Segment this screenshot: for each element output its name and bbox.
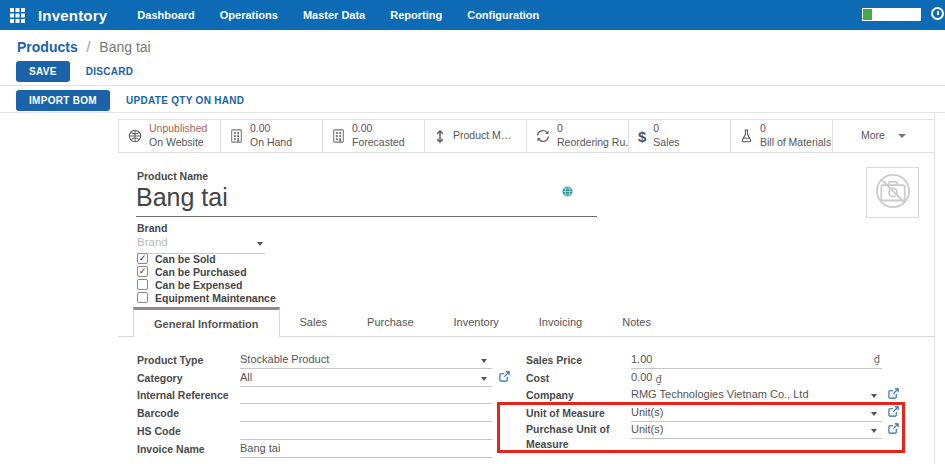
stat-reordering-rules[interactable]: 0Reordering Ru... [527, 120, 629, 152]
stat-label: Sales [653, 136, 679, 150]
tab-invoicing[interactable]: Invoicing [519, 307, 602, 337]
product-name-input[interactable]: Bang tai [136, 183, 597, 217]
checkbox-can-be-expensed[interactable]: Can be Expensed [137, 278, 276, 291]
field-company[interactable]: RMG Technologies Vietnam Co., Ltd [631, 388, 882, 404]
checkbox-can-be-sold[interactable]: ✓ Can be Sold [137, 252, 276, 265]
product-name-label: Product Name [137, 170, 208, 182]
external-link-icon[interactable] [888, 406, 899, 417]
tab-notes[interactable]: Notes [602, 307, 671, 337]
product-image-placeholder[interactable] [866, 167, 919, 218]
stat-bill-of-materials[interactable]: 0Bill of Materials [731, 120, 833, 152]
menu-master-data[interactable]: Master Data [303, 9, 365, 21]
globe-icon [128, 129, 142, 143]
external-link-icon[interactable] [888, 423, 899, 434]
stat-sales[interactable]: $ 0Sales [629, 120, 731, 152]
chevron-down-icon [871, 412, 877, 416]
field-category[interactable]: All [240, 371, 492, 387]
app-name[interactable]: Inventory [38, 7, 107, 24]
chevron-down-icon [871, 394, 877, 398]
field-internal-reference[interactable] [240, 388, 492, 404]
top-navbar: Inventory Dashboard Operations Master Da… [0, 0, 945, 30]
field-hs-code[interactable] [240, 424, 492, 440]
breadcrumb: Products / Bang tai [17, 39, 151, 55]
dollar-icon: $ [638, 128, 646, 145]
tab-sales[interactable]: Sales [280, 307, 348, 337]
stat-button-row: UnpublishedOn Website 0.00On Hand 0.00Fo… [118, 119, 935, 153]
brand-label: Brand [137, 222, 167, 234]
stat-on-hand[interactable]: 0.00On Hand [221, 120, 323, 152]
tab-inventory[interactable]: Inventory [434, 307, 519, 337]
chevron-down-icon [481, 377, 487, 381]
checkbox-icon[interactable]: ✓ [137, 253, 148, 264]
stat-label: Forecasted [352, 136, 405, 150]
translate-globe-icon[interactable] [562, 183, 573, 201]
apps-grid-icon[interactable] [10, 8, 25, 23]
field-sales-price[interactable]: 1.00₫ [631, 353, 882, 369]
checkbox-icon[interactable] [137, 292, 148, 303]
tab-purchase[interactable]: Purchase [347, 307, 433, 337]
flask-icon [740, 129, 753, 143]
stat-value: Unpublished [149, 122, 207, 136]
menu-operations[interactable]: Operations [220, 9, 278, 21]
discard-button[interactable]: DISCARD [86, 66, 134, 77]
building-icon [230, 129, 243, 143]
label-cost: Cost [526, 371, 621, 386]
label-internal-reference: Internal Reference [137, 388, 232, 403]
field-invoice-name[interactable]: Bang tai [240, 442, 492, 458]
menu-reporting[interactable]: Reporting [390, 9, 442, 21]
product-form-page: { "topbar": { "app_name": "Inventory", "… [0, 0, 945, 464]
checkbox-can-be-purchased[interactable]: ✓ Can be Purchased [137, 265, 276, 278]
menu-configuration[interactable]: Configuration [467, 9, 539, 21]
field-barcode[interactable] [240, 406, 492, 422]
breadcrumb-current: Bang tai [99, 39, 150, 55]
label-company: Company [526, 388, 621, 403]
chevron-down-icon [871, 429, 877, 433]
progress-fill [863, 9, 872, 20]
top-menu: Dashboard Operations Master Data Reporti… [137, 9, 539, 21]
stat-label: Product Moves [453, 129, 517, 143]
label-purchase-unit-of-measure: Purchase Unit of Measure [526, 422, 618, 451]
stat-value: 0 [557, 122, 629, 136]
update-qty-button[interactable]: UPDATE QTY ON HAND [126, 95, 244, 106]
stat-on-website[interactable]: UnpublishedOn Website [119, 120, 221, 152]
checkbox-icon[interactable]: ✓ [137, 266, 148, 277]
import-bom-button[interactable]: IMPORT BOM [16, 90, 110, 111]
menu-dashboard[interactable]: Dashboard [137, 9, 194, 21]
sheet-right-border [934, 112, 935, 464]
chevron-down-icon [898, 134, 906, 138]
arrows-vertical-icon [434, 129, 446, 144]
breadcrumb-products-link[interactable]: Products [17, 39, 78, 55]
currency-symbol: ₫ [655, 374, 661, 385]
clock-icon[interactable] [931, 7, 944, 20]
field-purchase-unit-of-measure[interactable]: Unit(s) [631, 423, 882, 439]
progress-widget[interactable] [862, 8, 921, 21]
external-link-icon[interactable] [888, 388, 899, 399]
no-image-camera-icon [874, 172, 912, 214]
divider [0, 112, 945, 113]
checkbox-icon[interactable] [137, 279, 148, 290]
record-actions: SAVE DISCARD [16, 61, 133, 82]
stat-product-moves[interactable]: Product Moves [425, 120, 527, 152]
checkbox-equipment-maintenance[interactable]: Equipment Maintenance [137, 291, 276, 304]
stat-label: Reordering Ru... [557, 136, 629, 150]
save-button[interactable]: SAVE [16, 61, 70, 82]
chevron-down-icon [257, 242, 263, 246]
more-button[interactable]: More [833, 120, 934, 152]
label-barcode: Barcode [137, 406, 232, 421]
label-category: Category [137, 371, 232, 386]
stat-label: On Hand [250, 136, 292, 150]
label-unit-of-measure: Unit of Measure [526, 406, 621, 421]
tab-general-information[interactable]: General Information [133, 307, 280, 337]
label-product-type: Product Type [137, 353, 232, 368]
field-product-type[interactable]: Stockable Product [240, 353, 492, 369]
stat-forecasted[interactable]: 0.00Forecasted [323, 120, 425, 152]
notebook-tabs: General Information Sales Purchase Inven… [133, 307, 671, 337]
refresh-icon [536, 129, 550, 143]
label-invoice-name: Invoice Name [137, 442, 232, 457]
field-unit-of-measure[interactable]: Unit(s) [631, 406, 882, 422]
more-label: More [861, 129, 885, 143]
external-link-icon[interactable] [499, 371, 510, 382]
label-hs-code: HS Code [137, 424, 232, 439]
stat-value: 0 [653, 122, 679, 136]
label-sales-price: Sales Price [526, 353, 621, 368]
